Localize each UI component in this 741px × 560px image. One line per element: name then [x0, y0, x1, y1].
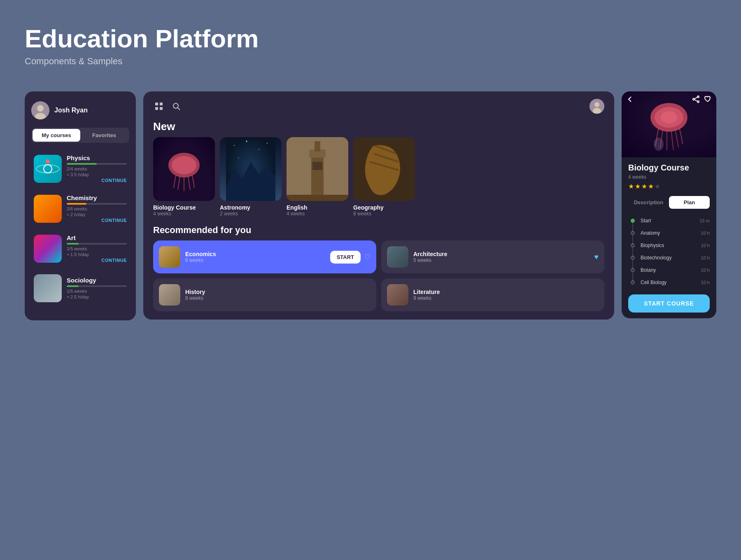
plan-dot-biotechnology	[631, 256, 635, 260]
card-english[interactable]: English 4 weeks	[287, 137, 348, 217]
svg-rect-27	[312, 162, 322, 170]
art-info: Art 1/5 weeks ≈ 1.5 h/day CONTINUE	[67, 234, 127, 263]
user-name: Josh Ryan	[54, 107, 88, 114]
course-item-sociology[interactable]: Sociology 1/5 weeks ≈ 2.5 h/day	[31, 271, 129, 306]
description-tab[interactable]: Description	[628, 196, 669, 209]
chemistry-continue[interactable]: CONTINUE	[67, 218, 127, 223]
geography-card-name: Geography	[353, 204, 415, 211]
economics-favorite-button[interactable]: ♡	[364, 252, 370, 261]
star-4: ★	[648, 182, 654, 190]
right-content: Biology Course 4 weeks ★ ★ ★ ★ ★ Descrip…	[622, 157, 716, 318]
physics-info: Physics 2/4 weeks ≈ 3.5 h/day CONTINUE	[67, 154, 127, 183]
physics-meta1: 2/4 weeks	[67, 166, 127, 171]
grid-icon-button[interactable]	[153, 100, 165, 112]
sociology-meta1: 1/5 weeks	[67, 289, 127, 294]
plan-item-biotechnology: Biotechnology 10 h	[628, 252, 710, 264]
svg-point-18	[234, 145, 235, 146]
plan-item-cell-biology: Cell Biology 10 h	[628, 276, 710, 289]
rec-card-architecture[interactable]: Architecture 5 weeks ♥	[381, 240, 604, 273]
history-thumbnail	[159, 284, 180, 306]
chemistry-info: Chemistry 2/6 weeks ≈ 2 h/day CONTINUE	[67, 194, 127, 223]
course-rating: ★ ★ ★ ★ ★	[628, 182, 710, 190]
history-duration: 8 weeks	[185, 295, 370, 301]
plan-tab[interactable]: Plan	[669, 196, 710, 209]
economics-duration: 6 weeks	[185, 257, 325, 263]
rec-card-literature[interactable]: Literature 9 weeks	[381, 278, 604, 311]
art-name: Art	[67, 234, 127, 241]
plan-time-anatomy: 10 h	[701, 231, 710, 236]
rec-card-economics[interactable]: Economics 6 weeks START ♡	[153, 240, 376, 273]
svg-point-20	[259, 149, 259, 150]
economics-start-button[interactable]: START	[330, 251, 361, 264]
biology-card-duration: 4 weeks	[153, 211, 215, 217]
course-item-physics[interactable]: Physics 2/4 weeks ≈ 3.5 h/day CONTINUE	[31, 151, 129, 186]
sociology-info: Sociology 1/5 weeks ≈ 2.5 h/day	[67, 277, 127, 300]
back-button[interactable]	[627, 96, 634, 105]
svg-line-11	[178, 108, 180, 110]
right-hero	[622, 91, 716, 157]
start-course-button[interactable]: START COURSE	[628, 294, 710, 313]
physics-name: Physics	[67, 154, 127, 161]
plan-item-botany: Botany 10 h	[628, 264, 710, 276]
hero-favorite-button[interactable]	[704, 96, 711, 105]
plan-dot-cell-biology	[631, 280, 635, 285]
sociology-name: Sociology	[67, 277, 127, 284]
plan-name-cell-biology: Cell Biology	[637, 280, 701, 285]
chemistry-name: Chemistry	[67, 194, 127, 201]
avatar	[31, 101, 49, 119]
svg-point-13	[594, 102, 599, 107]
chemistry-meta1: 2/6 weeks	[67, 206, 127, 211]
svg-point-16	[172, 156, 196, 174]
star-3: ★	[641, 182, 647, 190]
course-item-art[interactable]: Art 1/5 weeks ≈ 1.5 h/day CONTINUE	[31, 231, 129, 266]
right-panel-tabs: Description Plan	[628, 196, 710, 209]
my-courses-tab[interactable]: My courses	[33, 129, 80, 142]
plan-name-botany: Botany	[637, 267, 701, 273]
art-continue[interactable]: CONTINUE	[67, 258, 127, 263]
search-icon-button[interactable]	[170, 100, 182, 112]
sociology-thumbnail	[34, 274, 62, 302]
course-tabs: My courses Favorites	[31, 128, 129, 143]
svg-point-22	[238, 157, 239, 158]
plan-item-biophysics: Biophysics 10 h	[628, 239, 710, 252]
svg-point-40	[661, 111, 677, 124]
header-left-icons	[153, 100, 182, 112]
chemistry-meta2: ≈ 2 h/day	[67, 212, 127, 217]
economics-thumbnail	[159, 246, 180, 268]
architecture-favorite-button[interactable]: ♥	[594, 253, 599, 261]
economics-info: Economics 6 weeks	[185, 251, 325, 263]
english-card-duration: 4 weeks	[287, 211, 348, 217]
middle-panel: New	[143, 91, 614, 320]
plan-item-anatomy: Anatomy 10 h	[628, 227, 710, 239]
svg-point-33	[697, 96, 699, 98]
svg-point-5	[46, 159, 50, 163]
star-1: ★	[628, 182, 634, 190]
art-meta1: 1/5 weeks	[67, 246, 127, 251]
user-info: Josh Ryan	[31, 101, 129, 119]
plan-list: Start 15 m Anatomy 10 h	[628, 215, 710, 289]
card-biology[interactable]: Biology Course 4 weeks	[153, 137, 215, 217]
course-item-chemistry[interactable]: Chemistry 2/6 weeks ≈ 2 h/day CONTINUE	[31, 191, 129, 226]
new-courses-row: Biology Course 4 weeks	[143, 137, 614, 223]
svg-rect-8	[155, 107, 158, 110]
plan-time-biophysics: 10 h	[701, 243, 710, 248]
economics-actions: START ♡	[330, 251, 370, 264]
rec-card-history[interactable]: History 8 weeks	[153, 278, 376, 311]
architecture-info: Architecture 5 weeks	[413, 251, 589, 263]
share-button[interactable]	[692, 96, 700, 105]
physics-continue[interactable]: CONTINUE	[67, 178, 127, 183]
recommended-title: Recommended for you	[143, 223, 614, 240]
svg-point-1	[37, 105, 44, 112]
star-2: ★	[635, 182, 641, 190]
svg-rect-24	[311, 154, 324, 195]
svg-point-21	[267, 143, 268, 144]
svg-point-4	[36, 165, 59, 173]
svg-point-10	[173, 103, 178, 108]
favorites-tab[interactable]: Favorites	[80, 129, 128, 142]
card-astronomy[interactable]: Astronomy 2 weeks	[220, 137, 282, 217]
svg-point-41	[654, 138, 664, 151]
page-header: Education Platform Components & Samples	[0, 0, 741, 67]
card-geography[interactable]: Geography 8 weeks	[353, 137, 415, 217]
svg-rect-9	[160, 107, 163, 110]
page-subtitle: Components & Samples	[25, 56, 741, 67]
